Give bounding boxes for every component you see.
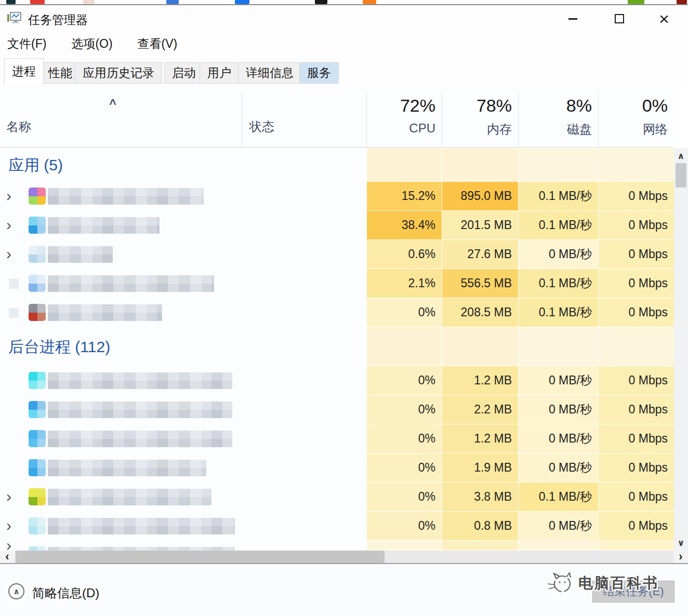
icon-quadrant <box>29 517 37 526</box>
group-header[interactable]: 应用 (5) <box>0 148 674 182</box>
horizontal-scrollbar-thumb[interactable] <box>16 551 385 563</box>
process-row[interactable]: 0%2.2 MB0 MB/秒0 Mbps <box>0 395 674 424</box>
process-row[interactable]: 0%1.9 MB0 MB/秒0 Mbps <box>0 453 674 483</box>
icon-quadrant <box>37 517 46 526</box>
process-row[interactable]: 0%1.2 MB0 MB/秒0 Mbps <box>0 424 674 453</box>
process-row[interactable]: ›0.6%27.6 MB0 MB/秒0 Mbps <box>0 240 674 269</box>
icon-quadrant <box>37 217 46 225</box>
process-row[interactable]: ›15.2%895.0 MB0.1 MB/秒0 Mbps <box>0 182 674 211</box>
tab-启动[interactable]: 启动 <box>164 62 204 84</box>
expand-chevron-icon[interactable]: › <box>6 541 11 551</box>
menu-item-0[interactable]: 文件(F) <box>2 34 51 54</box>
process-row[interactable]: 0%1.2 MB0 MB/秒0 Mbps <box>0 366 674 395</box>
icon-quadrant <box>29 430 37 439</box>
redacted-process-name <box>48 304 162 321</box>
expand-chevron-icon[interactable]: › <box>6 489 11 504</box>
title-bar: 任务管理器 × <box>0 6 688 31</box>
process-row[interactable]: ›0%3.8 MB0.1 MB/秒0 Mbps <box>0 483 674 512</box>
memory-cell <box>442 541 518 551</box>
tab-详细信息[interactable]: 详细信息 <box>238 62 301 84</box>
scroll-right-icon[interactable]: › <box>673 551 688 563</box>
icon-quadrant <box>29 188 37 196</box>
maximize-button[interactable] <box>603 6 636 31</box>
horizontal-scrollbar[interactable]: ‹ › <box>0 551 688 564</box>
scroll-left-icon[interactable]: ‹ <box>0 551 15 563</box>
tab-label: 详细信息 <box>246 65 294 81</box>
tab-label: 进程 <box>12 63 36 79</box>
tab-进程[interactable]: 进程 <box>4 58 44 84</box>
menu-bar: 文件(F)选项(O)查看(V) <box>0 31 688 56</box>
disk-label: 磁盘 <box>519 121 592 138</box>
process-row[interactable]: 0%208.5 MB0.1 MB/秒0 Mbps <box>0 298 674 327</box>
icon-quadrant <box>37 401 46 410</box>
redacted-process-name <box>48 518 235 534</box>
icon-quadrant <box>29 401 37 410</box>
watermark-logo-icon <box>544 568 576 597</box>
column-divider[interactable] <box>242 91 242 147</box>
column-header-disk[interactable]: 8% 磁盘 <box>518 91 598 148</box>
minimize-button[interactable] <box>556 6 589 31</box>
menu-item-2[interactable]: 查看(V) <box>133 34 183 54</box>
icon-quadrant <box>37 225 46 234</box>
group-band-cell <box>442 327 518 366</box>
process-icon <box>29 188 46 205</box>
column-header-name[interactable]: 名称 <box>6 118 31 135</box>
cpu-cell: 0% <box>366 366 442 395</box>
group-label: 后台进程 (112) <box>8 336 110 357</box>
column-header-cpu[interactable]: 72% CPU <box>366 91 442 148</box>
icon-quadrant <box>37 526 46 535</box>
tab-性能[interactable]: 性能 <box>41 62 80 84</box>
task-manager-window: 任务管理器 × 文件(F)选项(O)查看(V) 进程性能应用历史记录启动用户详细… <box>0 0 688 616</box>
vertical-scrollbar[interactable]: ∧ ∨ <box>674 148 688 551</box>
footer-bar: ∧ 简略信息(D) 结束任务(E) 电脑百科书 <box>0 564 688 616</box>
tab-应用历史记录[interactable]: 应用历史记录 <box>75 62 162 84</box>
column-header-network[interactable]: 0% 网络 <box>598 91 674 148</box>
fewer-details-toggle[interactable]: ∧ <box>8 583 24 599</box>
process-row[interactable]: 2.1%556.5 MB0.1 MB/秒0 Mbps <box>0 269 674 298</box>
icon-quadrant <box>37 410 46 419</box>
background-icon-fragment <box>235 0 249 5</box>
disk-cell: 0 MB/秒 <box>518 512 598 541</box>
menu-item-1[interactable]: 选项(O) <box>66 34 117 54</box>
network-cell: 0 Mbps <box>598 424 674 453</box>
group-band-cell <box>518 148 598 182</box>
column-header-memory[interactable]: 78% 内存 <box>442 91 518 148</box>
expand-chevron-icon[interactable]: › <box>6 217 11 233</box>
cpu-cell: 0% <box>366 395 442 424</box>
sort-ascending-icon[interactable]: ∧ <box>108 96 117 108</box>
expand-chevron-icon[interactable]: › <box>6 246 11 262</box>
group-band-cell <box>598 148 674 182</box>
icon-quadrant <box>37 255 46 263</box>
process-row[interactable]: ›38.4%201.5 MB0.1 MB/秒0 Mbps <box>0 211 674 240</box>
network-cell: 0 Mbps <box>598 182 674 211</box>
expand-chevron-icon[interactable]: › <box>6 188 11 204</box>
icon-quadrant <box>37 196 46 205</box>
tab-服务[interactable]: 服务 <box>299 62 339 84</box>
memory-cell: 895.0 MB <box>442 182 518 211</box>
disk-total-percent: 8% <box>519 96 592 116</box>
scroll-down-icon[interactable]: ∨ <box>674 535 688 551</box>
icon-quadrant <box>37 381 46 390</box>
icon-quadrant <box>37 497 46 506</box>
vertical-scrollbar-thumb[interactable] <box>676 163 686 188</box>
group-band-cell <box>518 327 598 366</box>
icon-quadrant <box>37 459 46 468</box>
process-row[interactable]: › <box>0 541 674 551</box>
disk-cell: 0.1 MB/秒 <box>518 298 598 327</box>
fewer-details-label[interactable]: 简略信息(D) <box>32 585 99 601</box>
tab-用户[interactable]: 用户 <box>200 62 239 84</box>
redacted-process-name <box>48 217 160 234</box>
memory-cell: 3.8 MB <box>442 483 518 512</box>
process-row[interactable]: ›0%0.8 MB0 MB/秒0 Mbps <box>0 512 674 541</box>
icon-quadrant <box>29 488 37 497</box>
expand-chevron-icon[interactable]: › <box>6 518 11 533</box>
group-header[interactable]: 后台进程 (112) <box>0 327 674 366</box>
scroll-up-icon[interactable]: ∧ <box>674 148 688 164</box>
column-header-status[interactable]: 状态 <box>249 118 274 135</box>
background-icon-fragment <box>315 0 327 5</box>
close-button[interactable]: × <box>647 6 681 31</box>
icon-quadrant <box>37 304 46 313</box>
network-cell: 0 Mbps <box>598 512 674 541</box>
tab-label: 应用历史记录 <box>83 65 154 81</box>
maximize-icon <box>615 14 624 23</box>
